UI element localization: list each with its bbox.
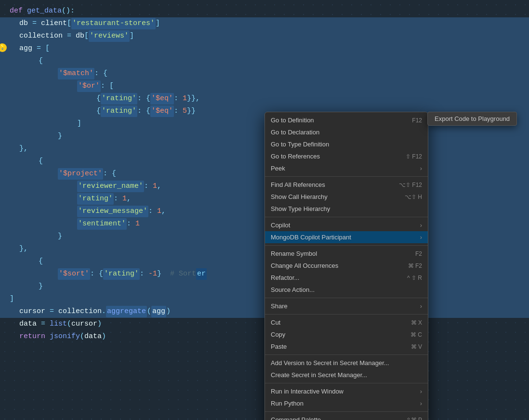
code-token: = [ xyxy=(37,43,50,54)
menu-item-label: Go to Definition xyxy=(271,117,402,124)
code-token: }} xyxy=(187,105,196,117)
export-code-label: Export Code to Playground xyxy=(435,115,510,122)
submenu-arrow-icon: › xyxy=(420,388,422,395)
code-token: ( xyxy=(147,306,151,317)
menu-item-copilot[interactable]: Copilot › xyxy=(265,219,428,231)
code-token: : { xyxy=(94,68,107,79)
menu-item-shortcut: ⌘ C xyxy=(410,331,422,338)
menu-item-label: Go to Type Definition xyxy=(271,141,422,148)
menu-item-cut[interactable]: Cut ⌘ X xyxy=(265,316,428,328)
code-token: = xyxy=(50,306,58,317)
menu-item-shortcut: ⇧ F12 xyxy=(406,153,422,160)
code-token: } xyxy=(157,268,161,280)
menu-item-shortcut: ⌘ F2 xyxy=(408,262,422,269)
menu-separator xyxy=(265,411,428,412)
menu-item-find-all-references[interactable]: Find All References ⌥⇧ F12 xyxy=(265,179,428,191)
code-token: 1 xyxy=(153,181,157,192)
code-token: } xyxy=(39,281,43,292)
code-token: 'restaurant-stores' xyxy=(71,18,156,29)
bullet-icon: 💡 xyxy=(0,43,7,52)
menu-separator xyxy=(265,298,428,298)
menu-item-refactor[interactable]: Refactor... ^ ⇧ R xyxy=(265,272,428,284)
menu-item-rename-symbol[interactable]: Rename Symbol F2 xyxy=(265,248,428,260)
menu-item-mongodb-copilot-participant[interactable]: MongoDB Copilot Participant › xyxy=(265,231,428,243)
code-token: jsonify xyxy=(50,331,80,342)
menu-item-show-type-hierarchy[interactable]: Show Type Hierarchy xyxy=(265,203,428,215)
menu-item-paste[interactable]: Paste ⌘ V xyxy=(265,341,428,353)
code-token: ] xyxy=(77,118,81,130)
menu-item-label: Copilot xyxy=(271,222,416,229)
menu-item-label: Find All References xyxy=(271,181,389,188)
code-token: : xyxy=(127,218,135,230)
menu-item-label: Show Call Hierarchy xyxy=(271,193,395,200)
menu-item-shortcut: ^ ⇧ R xyxy=(407,275,422,281)
menu-item-show-call-hierarchy[interactable]: Show Call Hierarchy ⌥⇧ H xyxy=(265,191,428,203)
code-line: collection = db['reviews'] xyxy=(0,30,529,42)
code-token: }}, xyxy=(187,93,200,105)
code-token: : xyxy=(140,268,148,280)
menu-item-command-palette[interactable]: Command Palette... ⇧⌘ P xyxy=(265,414,428,420)
menu-item-label: Go to References xyxy=(271,153,396,160)
menu-item-label: Copy xyxy=(271,331,401,338)
code-token: agg xyxy=(151,306,166,317)
code-token: ] xyxy=(10,293,14,305)
menu-item-label: Command Palette... xyxy=(271,416,397,420)
code-token: : xyxy=(114,193,122,205)
menu-item-shortcut: ⌥⇧ F12 xyxy=(399,182,422,188)
code-token: 1 xyxy=(183,93,187,105)
context-menu: Go to Definition F12 Go to Declaration G… xyxy=(264,112,428,420)
menu-item-source-action[interactable]: Source Action... xyxy=(265,284,428,296)
code-token: db xyxy=(19,18,32,29)
menu-item-copy[interactable]: Copy ⌘ C xyxy=(265,328,428,341)
menu-item-create-secret[interactable]: Create Secret in Secret Manager... xyxy=(265,369,428,381)
menu-separator xyxy=(265,314,428,315)
submenu-arrow-icon: › xyxy=(420,234,422,241)
code-token: { xyxy=(96,105,101,117)
punctuation: (): xyxy=(62,5,75,17)
menu-item-change-all-occurrences[interactable]: Change All Occurrences ⌘ F2 xyxy=(265,260,428,272)
code-token: { xyxy=(96,93,101,105)
menu-item-shortcut: ⇧⌘ P xyxy=(406,417,422,420)
menu-item-label: Rename Symbol xyxy=(271,250,406,257)
code-token: 'reviews' xyxy=(89,30,130,42)
code-token: ( xyxy=(80,331,84,342)
menu-item-go-to-references[interactable]: Go to References ⇧ F12 xyxy=(265,150,428,162)
code-token: { xyxy=(39,156,43,167)
menu-item-label: Share xyxy=(271,302,416,310)
code-token: = xyxy=(41,318,50,330)
code-token: '$eq' xyxy=(150,93,174,105)
code-token: '$eq' xyxy=(150,105,174,117)
menu-item-run-python[interactable]: Run Python › xyxy=(265,397,428,409)
code-token: '$match' xyxy=(58,68,94,79)
menu-item-add-version-secret[interactable]: Add Version to Secret in Secret Manager.… xyxy=(265,357,428,369)
menu-item-go-to-declaration[interactable]: Go to Declaration xyxy=(265,126,428,138)
code-line: '$match': { xyxy=(0,67,529,80)
code-token: 1 xyxy=(122,193,127,205)
menu-item-go-to-type-definition[interactable]: Go to Type Definition xyxy=(265,138,428,150)
menu-item-label: Peek xyxy=(271,165,416,172)
code-token: 'rating' xyxy=(101,93,137,105)
menu-item-peek[interactable]: Peek › xyxy=(265,162,428,174)
menu-item-label: Add Version to Secret in Secret Manager.… xyxy=(271,359,422,367)
code-token: # Sort xyxy=(161,268,196,280)
code-token: : xyxy=(144,181,153,192)
menu-item-share[interactable]: Share › xyxy=(265,300,428,312)
keyword: def xyxy=(10,5,27,17)
code-token: 'reviewer_name' xyxy=(77,181,144,192)
menu-item-shortcut: ⌥⇧ H xyxy=(405,194,422,200)
export-code-to-playground-button[interactable]: Export Code to Playground xyxy=(427,112,517,126)
code-token: : { xyxy=(103,168,116,180)
menu-item-run-interactive-window[interactable]: Run in Interactive Window › xyxy=(265,385,428,397)
code-token: : xyxy=(174,105,183,117)
code-token: 'rating' xyxy=(77,193,114,205)
code-token: ) xyxy=(166,306,171,317)
code-token: cursor xyxy=(71,318,97,330)
code-line: 💡 agg = [ xyxy=(0,42,529,55)
code-token: , xyxy=(161,206,166,217)
code-token: 1 xyxy=(157,206,161,217)
menu-item-label: Run Python xyxy=(271,400,416,407)
menu-item-go-to-definition[interactable]: Go to Definition F12 xyxy=(265,114,428,126)
code-token: = xyxy=(67,30,76,42)
code-token: : xyxy=(174,93,183,105)
code-token: data xyxy=(19,318,41,330)
